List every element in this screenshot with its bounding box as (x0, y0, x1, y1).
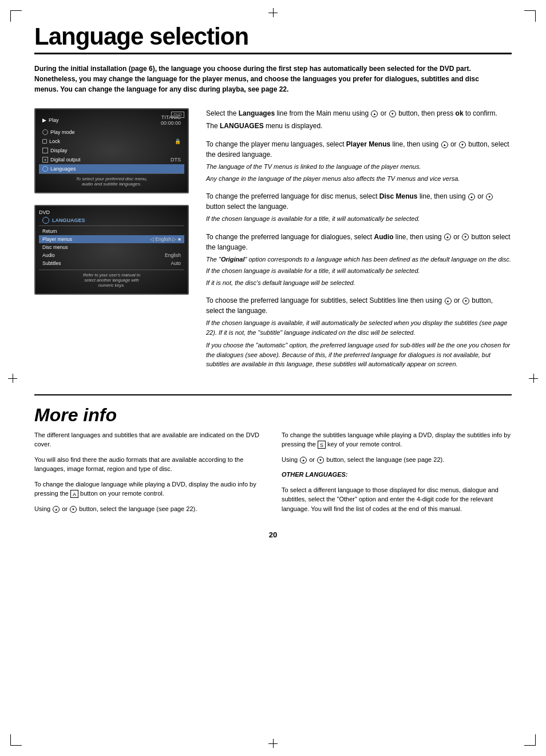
more-info-content: The different languages and subtitles th… (34, 430, 512, 520)
screen-row-playmode: Play mode (39, 128, 184, 137)
lock-icon (42, 139, 47, 144)
up-icon-ml (53, 506, 60, 513)
languages-menu-bold: LANGUAGES (220, 122, 264, 130)
screen-mockup-2: DVD LANGUAGES Return Player menus ◁ Engl… (34, 205, 189, 295)
playmode-label: Play mode (50, 129, 181, 135)
lang-row-disc-menus: Disc menus (39, 243, 184, 251)
more-info-p4: Using or button, select the language (se… (34, 504, 264, 514)
section2-note1: The language of the TV menus is linked t… (206, 162, 512, 172)
down-icon-mr (317, 457, 324, 464)
instruction-section-3: To change the preferred language for dis… (206, 191, 512, 224)
section2-note2: Any change in the language of the player… (206, 174, 512, 184)
section1-para2: The LANGUAGES menu is displayed. (206, 121, 512, 131)
section3-para1: To change the preferred language for dis… (206, 191, 512, 212)
title-underline (34, 53, 512, 54)
section4-note3: If it is not, the disc's default languag… (206, 278, 512, 288)
audio-value: English (165, 252, 181, 258)
languages-bold: Languages (239, 109, 275, 117)
cross-mark-left (8, 374, 17, 383)
section-divider (34, 394, 512, 395)
section2-para1: To change the player menu languages, sel… (206, 139, 512, 160)
digital-icon: + (42, 157, 48, 163)
up-icon-2 (441, 141, 448, 148)
section5-para1: To choose the preferred language for sub… (206, 295, 512, 316)
more-info-right: To change the subtitles language while p… (282, 430, 512, 520)
section4-para1: To change the preferred language for dia… (206, 232, 512, 252)
lang-header-icon (42, 217, 49, 224)
player-menus-value: ◁ English ▷ ■ (150, 236, 181, 242)
more-info-r2: Using or button, select the language (se… (282, 455, 512, 465)
up-icon-3 (468, 193, 475, 200)
play-label: Play (49, 117, 161, 123)
cross-mark-bottom (268, 739, 278, 748)
more-info-p1: The different languages and subtitles th… (34, 430, 264, 449)
lang-row-subtitles: Subtitles Auto (39, 259, 184, 267)
subtitle-key-icon: S (318, 441, 326, 449)
down-icon-4 (462, 233, 469, 240)
cross-mark-right (529, 374, 538, 383)
more-info-left: The different languages and subtitles th… (34, 430, 264, 520)
up-icon-mr (300, 457, 307, 464)
audio-key-icon: A (70, 490, 78, 498)
cross-mark-top (268, 8, 278, 17)
page-title: Language selection (34, 23, 512, 50)
more-info-r3: To select a different language to those … (282, 485, 512, 514)
languages-icon (42, 166, 48, 172)
corner-mark-tl (10, 10, 22, 22)
instruction-section-2: To change the player menu languages, sel… (206, 139, 512, 183)
up-icon-4 (444, 233, 451, 240)
right-column: Select the Languages line from the Main … (206, 108, 512, 377)
screen1-footer: To select your preferred disc menu,audio… (39, 173, 184, 189)
left-column: DVD ▶ Play TITANIC00:00:00 Play mode Loc… (34, 108, 195, 377)
corner-mark-bl (10, 734, 22, 746)
instruction-section-4: To change the preferred language for dia… (206, 232, 512, 288)
down-icon-3 (486, 193, 493, 200)
section4-note1: The "Original" option corresponds to a l… (206, 255, 512, 264)
page-number: 20 (34, 531, 512, 539)
dvd-badge-1: DVD (171, 112, 184, 118)
section5-note2: If you choose the "automatic" option, th… (206, 341, 512, 369)
down-icon-2 (459, 141, 466, 148)
screen-row-lock: Lock 🔒 (39, 137, 184, 146)
disc-menus-label: Disc menus (42, 244, 68, 250)
down-arrow-icon (389, 110, 396, 117)
section5-note1: If the chosen language is available, it … (206, 318, 512, 337)
more-info-p2: You will also find there the audio forma… (34, 455, 264, 474)
subtitles-value: Auto (171, 260, 181, 266)
lang-row-return: Return (39, 227, 184, 235)
main-content-area: DVD ▶ Play TITANIC00:00:00 Play mode Loc… (34, 108, 512, 377)
more-info-r1: To change the subtitles language while p… (282, 430, 512, 449)
screen-row-play: ▶ Play TITANIC00:00:00 (39, 113, 184, 128)
corner-mark-tr (524, 10, 536, 22)
player-menus-label: Player menus (42, 236, 72, 242)
display-icon (42, 148, 48, 153)
ok-bold: ok (456, 109, 464, 117)
other-languages-title: OTHER LANGUAGES: (282, 470, 512, 480)
digital-label: Digital output (50, 157, 171, 163)
up-arrow-icon (371, 110, 378, 117)
lang-menu-title: LANGUAGES (52, 217, 85, 223)
audio-bold: Audio (374, 233, 394, 241)
lock-label: Lock (49, 138, 175, 144)
down-icon-5 (462, 298, 469, 304)
player-menus-bold: Player Menus (346, 140, 390, 148)
screen-mockup-1: DVD ▶ Play TITANIC00:00:00 Play mode Loc… (34, 108, 189, 193)
instruction-section-5: To choose the preferred language for sub… (206, 295, 512, 369)
disc-menus-bold: Disc Menus (379, 192, 418, 200)
screen2-footer: Refer to your user's manual toselect ano… (39, 270, 184, 290)
lang-row-audio: Audio English (39, 251, 184, 259)
up-icon-5 (445, 298, 452, 304)
subtitles-label: Subtitles (42, 260, 61, 266)
section4-note2: If the chosen language is available for … (206, 266, 512, 276)
lang-menu-header: LANGUAGES (39, 215, 184, 226)
section1-para1: Select the Languages line from the Main … (206, 108, 512, 118)
digital-value: DTS (171, 157, 181, 163)
return-label: Return (42, 228, 57, 234)
screen-row-display: Display (39, 146, 184, 155)
section3-note1: If the chosen language is available for … (206, 214, 512, 224)
instruction-section-1: Select the Languages line from the Main … (206, 108, 512, 131)
lock-value: 🔒 (175, 138, 181, 144)
more-info-title: More info (34, 405, 512, 426)
corner-mark-br (524, 734, 536, 746)
down-icon-ml (70, 506, 77, 513)
